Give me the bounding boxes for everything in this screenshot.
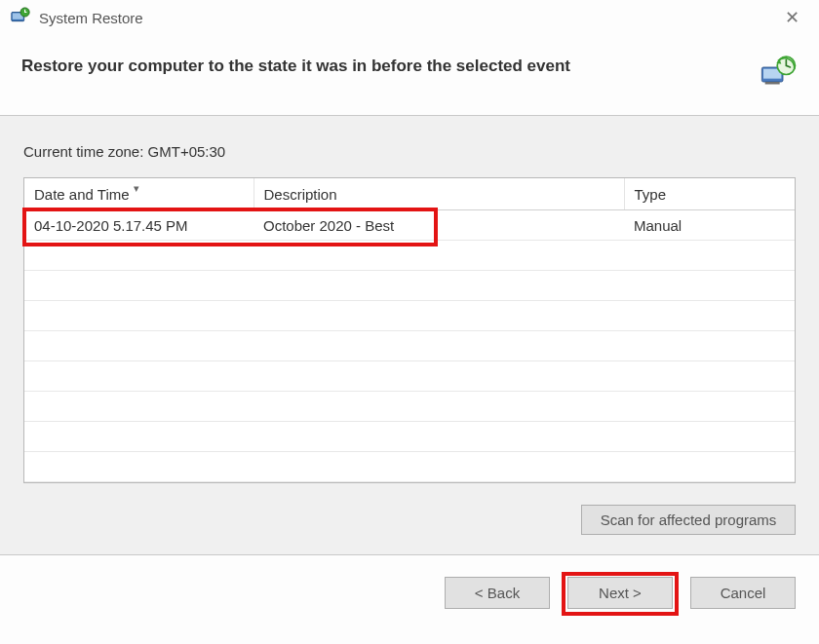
close-icon[interactable]: ✕ (779, 5, 805, 30)
col-type-label: Type (635, 186, 667, 203)
cancel-button[interactable]: Cancel (690, 577, 796, 609)
svg-rect-5 (765, 82, 780, 85)
back-button[interactable]: < Back (445, 577, 550, 609)
cell-type: Manual (624, 210, 795, 241)
table-header: Date and Time ▾ Description Type (24, 178, 795, 210)
timezone-label: Current time zone: GMT+05:30 (23, 143, 796, 160)
col-description-label: Description (264, 186, 337, 203)
table-row (24, 361, 795, 392)
table-row (24, 271, 795, 301)
table-row (24, 301, 795, 331)
cell-date: 04-10-2020 5.17.45 PM (24, 210, 254, 241)
table-row (24, 422, 795, 452)
col-date[interactable]: Date and Time ▾ (24, 178, 254, 210)
title-bar: System Restore ✕ (0, 0, 819, 35)
page-title: Restore your computer to the state it wa… (21, 57, 759, 76)
table-row (24, 241, 795, 271)
table-row (24, 452, 795, 482)
restore-clock-icon (759, 53, 798, 92)
next-button[interactable]: Next > (567, 577, 673, 609)
cell-description: October 2020 - Best (254, 210, 624, 241)
table-row[interactable]: 04-10-2020 5.17.45 PM October 2020 - Bes… (24, 210, 795, 241)
col-type[interactable]: Type (624, 178, 795, 210)
window-title: System Restore (39, 10, 143, 26)
table-row (24, 331, 795, 361)
system-restore-icon (10, 7, 31, 28)
sort-descending-icon: ▾ (134, 182, 139, 195)
table-row (24, 392, 795, 422)
wizard-footer: < Back Next > Cancel (0, 554, 819, 630)
body-area: Current time zone: GMT+05:30 Date and Ti… (0, 116, 819, 554)
restore-points-table: Date and Time ▾ Description Type 04-10-2… (23, 177, 796, 483)
header-area: Restore your computer to the state it wa… (0, 35, 819, 115)
scan-affected-button[interactable]: Scan for affected programs (581, 505, 796, 535)
col-description[interactable]: Description (254, 178, 624, 210)
col-date-label: Date and Time (34, 186, 130, 203)
